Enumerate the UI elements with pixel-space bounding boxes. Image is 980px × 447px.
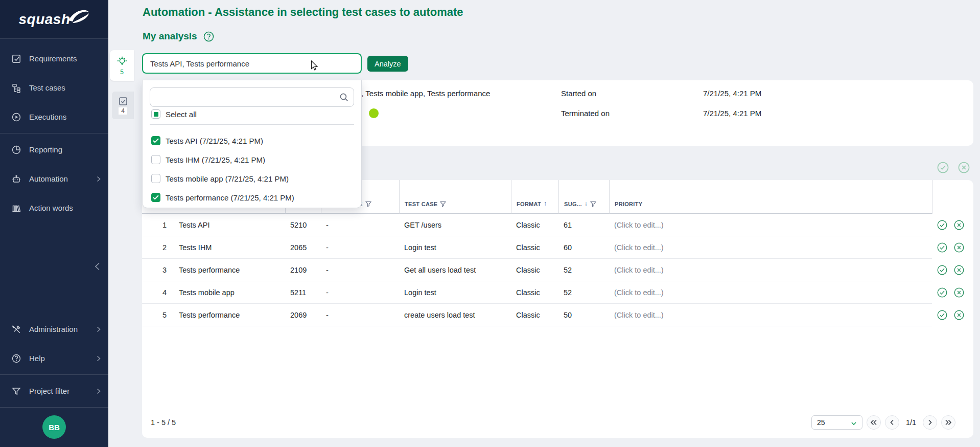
- sort-desc-icon[interactable]: ↓: [585, 200, 588, 207]
- header-format[interactable]: FORMAT ↑: [511, 180, 558, 214]
- sidebar-item-label: Action words: [29, 204, 73, 212]
- cell-score: 61: [558, 214, 609, 236]
- lightbulb-icon: [116, 56, 128, 68]
- page-size-select[interactable]: 25: [811, 415, 862, 430]
- dropdown-option[interactable]: Tests API (7/21/25, 4:21 PM): [151, 135, 263, 147]
- validate-row-icon[interactable]: [937, 310, 947, 320]
- cell-priority[interactable]: (Click to edit...): [609, 214, 932, 236]
- sidebar-item-requirements[interactable]: Requirements: [0, 44, 108, 73]
- tab-badge: 5: [120, 69, 124, 76]
- project-select-input[interactable]: Tests API, Tests performance: [142, 53, 362, 74]
- project-select-value: Tests API, Tests performance: [150, 59, 249, 68]
- dropdown-option[interactable]: Tests performance (7/21/25, 4:21 PM): [151, 191, 294, 204]
- cell-priority[interactable]: (Click to edit...): [609, 236, 932, 259]
- cell-test-case: Login test: [399, 281, 511, 304]
- select-all-option[interactable]: Select all: [151, 108, 197, 120]
- cell-id: 2065: [285, 236, 321, 259]
- reject-all-icon[interactable]: [958, 162, 970, 173]
- sidebar-item-reporting[interactable]: Reporting: [0, 135, 108, 164]
- automation-icon: [11, 174, 21, 184]
- cell-id: 2109: [285, 259, 321, 281]
- cell-priority[interactable]: (Click to edit...): [609, 304, 932, 326]
- cell-id: 5210: [285, 214, 321, 236]
- logo[interactable]: squash: [0, 0, 108, 39]
- table-row[interactable]: 4 Tests mobile app 5211 - Login test Cla…: [142, 281, 973, 304]
- table-row[interactable]: 5 Tests performance 2069 - create users …: [142, 304, 973, 326]
- search-icon: [340, 93, 348, 102]
- reject-row-icon[interactable]: [954, 287, 964, 298]
- first-page-button[interactable]: [867, 415, 881, 430]
- cell-format: Classic: [511, 281, 558, 304]
- option-checkbox[interactable]: [151, 155, 160, 164]
- cell-score: 52: [558, 281, 609, 304]
- dropdown-option[interactable]: Tests mobile app (7/21/25, 4:21 PM): [151, 172, 289, 185]
- cell-priority[interactable]: (Click to edit...): [609, 259, 932, 281]
- dropdown-option[interactable]: Tests IHM (7/21/25, 4:21 PM): [151, 153, 265, 166]
- validate-row-icon[interactable]: [937, 220, 947, 230]
- sidebar-item-administration[interactable]: Administration: [0, 315, 108, 344]
- reject-row-icon[interactable]: [954, 220, 964, 230]
- avatar[interactable]: BB: [42, 415, 66, 439]
- option-checkbox[interactable]: [151, 193, 160, 202]
- chevron-right-icon: [96, 388, 101, 394]
- sidebar-item-action-words[interactable]: Action words: [0, 193, 108, 222]
- header-suggested-score[interactable]: SUG... ↓: [558, 180, 609, 214]
- sidebar-item-project-filter[interactable]: Project filter: [0, 376, 108, 406]
- started-on-value: 7/21/25, 4:21 PM: [703, 89, 761, 98]
- terminated-on-label: Terminated on: [561, 109, 610, 118]
- sidebar-divider: [0, 407, 108, 408]
- cell-reference: -: [321, 304, 399, 326]
- bulk-actions: [937, 162, 970, 173]
- filter-icon[interactable]: [590, 201, 596, 207]
- sidebar-item-label: Help: [29, 354, 45, 363]
- sidebar-collapse-button[interactable]: [91, 260, 103, 273]
- cell-project: Tests IHM: [174, 236, 285, 259]
- pagination: 25 1/1: [811, 415, 955, 430]
- validate-all-icon[interactable]: [937, 162, 949, 173]
- last-page-button[interactable]: [941, 415, 955, 430]
- tab-validated[interactable]: 4: [112, 92, 134, 119]
- dropdown-divider: [150, 124, 354, 125]
- table-row[interactable]: 3 Tests performance 2109 - Get all users…: [142, 259, 973, 281]
- filter-icon[interactable]: [365, 201, 371, 207]
- executions-icon: [11, 112, 21, 122]
- analyze-button[interactable]: Analyze: [367, 56, 408, 72]
- cell-priority[interactable]: (Click to edit...): [609, 281, 932, 304]
- sidebar-item-test-cases[interactable]: Test cases: [0, 73, 108, 102]
- sidebar-item-executions[interactable]: Executions: [0, 102, 108, 131]
- cell-id: 2069: [285, 304, 321, 326]
- filter-icon[interactable]: [440, 201, 446, 207]
- header-priority[interactable]: PRIORITY: [609, 180, 932, 214]
- validate-row-icon[interactable]: [937, 265, 947, 275]
- sidebar-item-help[interactable]: Help: [0, 344, 108, 373]
- previous-page-button[interactable]: [885, 415, 899, 430]
- sidebar-item-automation[interactable]: Automation: [0, 164, 108, 193]
- checkbox-icon: [118, 96, 128, 106]
- cell-test-case: Get all users load test: [399, 259, 511, 281]
- started-on-label: Started on: [561, 89, 596, 98]
- section-help-icon[interactable]: [203, 31, 214, 42]
- option-label: Tests mobile app (7/21/25, 4:21 PM): [166, 174, 289, 183]
- cell-reference: -: [321, 214, 399, 236]
- select-all-checkbox[interactable]: [151, 109, 160, 119]
- validate-row-icon[interactable]: [937, 287, 947, 298]
- option-checkbox[interactable]: [151, 136, 160, 145]
- cell-test-case: Login test: [399, 236, 511, 259]
- option-checkbox[interactable]: [151, 174, 160, 183]
- sidebar-item-label: Test cases: [29, 83, 65, 92]
- table-row[interactable]: 2 Tests IHM 2065 - Login test Classic 60…: [142, 236, 973, 259]
- table-row[interactable]: 1 Tests API 5210 - GET /users Classic 61…: [142, 214, 973, 236]
- header-test-case[interactable]: TEST CASE: [399, 180, 511, 214]
- reject-row-icon[interactable]: [954, 310, 964, 320]
- sort-asc-icon[interactable]: ↑: [544, 200, 547, 207]
- reject-row-icon[interactable]: [954, 242, 964, 253]
- project-filter-icon: [11, 386, 21, 396]
- next-page-button[interactable]: [923, 415, 937, 430]
- cell-format: Classic: [511, 214, 558, 236]
- tab-suggestions[interactable]: 5: [110, 50, 134, 81]
- sidebar-item-label: Requirements: [29, 54, 77, 63]
- reject-row-icon[interactable]: [954, 265, 964, 275]
- validate-row-icon[interactable]: [937, 242, 947, 253]
- cell-score: 52: [558, 259, 609, 281]
- dropdown-search-input[interactable]: [150, 87, 354, 107]
